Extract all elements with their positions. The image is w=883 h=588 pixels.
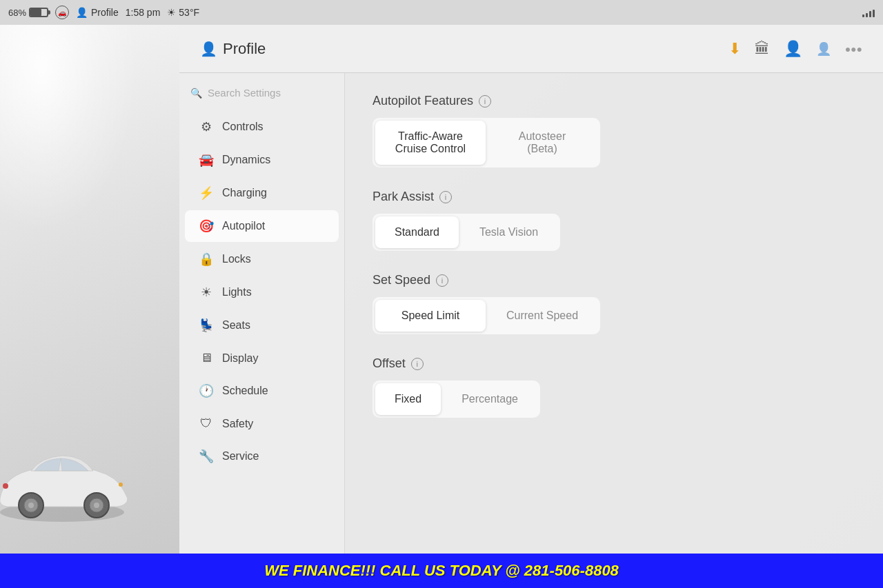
- set-speed-title: Set Speed i: [373, 273, 855, 287]
- sidebar-item-dynamics[interactable]: 🚘 Dynamics: [185, 144, 339, 176]
- park-assist-info-icon[interactable]: i: [439, 191, 452, 203]
- header-icons: ⬇ 🏛 👤 👤 ●●●: [728, 40, 862, 58]
- dynamics-icon: 🚘: [199, 152, 214, 168]
- signal-bar-4: [873, 10, 875, 17]
- banner-text: WE FINANCE!!! CALL US TODAY @ 281-506-88…: [264, 562, 619, 580]
- person2-icon[interactable]: 👤: [816, 41, 831, 57]
- settings-body: 🔍 Search Settings ⚙ Controls 🚘 Dynamics …: [179, 73, 883, 588]
- svg-point-8: [119, 483, 123, 487]
- charging-icon: ⚡: [199, 185, 214, 201]
- offset-title: Offset i: [373, 356, 855, 371]
- speed-limit-btn[interactable]: Speed Limit: [375, 300, 486, 332]
- signal-bar-3: [869, 11, 871, 17]
- sidebar-item-charging[interactable]: ⚡ Charging: [185, 177, 339, 209]
- set-speed-label: Set Speed: [373, 273, 430, 287]
- sidebar-label-seats: Seats: [222, 319, 250, 332]
- status-right-icons: [862, 8, 875, 17]
- sidebar-label-schedule: Schedule: [222, 385, 268, 397]
- header-profile: 👤 Profile: [200, 40, 266, 58]
- more-icon[interactable]: ●●●: [845, 43, 862, 54]
- autopilot-icon: 🎯: [199, 219, 214, 234]
- display-icon: 🖥: [199, 351, 214, 365]
- svg-point-7: [3, 483, 8, 489]
- header-profile-label: Profile: [223, 40, 266, 58]
- download-icon[interactable]: ⬇: [728, 40, 741, 58]
- controls-icon: ⚙: [199, 119, 214, 134]
- search-icon: 🔍: [190, 88, 202, 99]
- sidebar-item-controls[interactable]: ⚙ Controls: [185, 111, 339, 143]
- glare: [0, 25, 138, 232]
- sidebar-label-autopilot: Autopilot: [222, 220, 265, 232]
- sidebar-label-locks: Locks: [222, 253, 251, 265]
- set-speed-btn-group: Speed Limit Current Speed: [373, 297, 600, 334]
- car-image: [0, 436, 145, 547]
- service-icon: 🔧: [199, 449, 214, 464]
- current-speed-btn[interactable]: Current Speed: [487, 300, 597, 332]
- sidebar-label-display: Display: [222, 352, 258, 365]
- standard-btn[interactable]: Standard: [375, 216, 459, 248]
- left-panel: [0, 25, 179, 588]
- offset-info-icon[interactable]: i: [411, 358, 424, 370]
- fixed-btn[interactable]: Fixed: [375, 383, 441, 415]
- status-profile[interactable]: 👤 Profile: [76, 7, 119, 18]
- autosteer-btn[interactable]: Autosteer(Beta): [487, 121, 597, 165]
- park-assist-btn-group: Standard Tesla Vision: [373, 214, 560, 251]
- sidebar-item-seats[interactable]: 💺 Seats: [185, 310, 339, 341]
- status-profile-label: Profile: [91, 7, 119, 18]
- signal-bar-2: [866, 13, 868, 17]
- sidebar-item-service[interactable]: 🔧 Service: [185, 440, 339, 472]
- sidebar-item-locks[interactable]: 🔒 Locks: [185, 243, 339, 275]
- sidebar-label-lights: Lights: [222, 286, 252, 298]
- locks-icon: 🔒: [199, 252, 214, 267]
- traffic-aware-btn[interactable]: Traffic-AwareCruise Control: [375, 121, 486, 165]
- battery-indicator: 68%: [8, 8, 48, 18]
- park-assist-section: Park Assist i Standard Tesla Vision: [373, 190, 855, 251]
- sidebar-label-service: Service: [222, 450, 259, 463]
- set-speed-info-icon[interactable]: i: [436, 274, 448, 287]
- status-bar: 68% 🚗 👤 Profile 1:58 pm ☀ 53°F: [0, 0, 883, 25]
- offset-section: Offset i Fixed Percentage: [373, 356, 855, 418]
- temperature: 53°F: [179, 7, 199, 18]
- battery-icon: [29, 8, 48, 17]
- schedule-icon: 🕐: [199, 383, 214, 398]
- sidebar-item-display[interactable]: 🖥 Display: [185, 343, 339, 374]
- content-area: Autopilot Features i Traffic-AwareCruise…: [345, 73, 883, 588]
- sidebar-item-safety[interactable]: 🛡 Safety: [185, 408, 339, 439]
- autopilot-features-btn-group: Traffic-AwareCruise Control Autosteer(Be…: [373, 118, 600, 168]
- sidebar-item-lights[interactable]: ☀ Lights: [185, 276, 339, 308]
- autopilot-features-section: Autopilot Features i Traffic-AwareCruise…: [373, 94, 855, 168]
- person-icon[interactable]: 👤: [784, 40, 802, 58]
- park-assist-label: Park Assist: [373, 190, 434, 204]
- settings-panel: 👤 Profile ⬇ 🏛 👤 👤 ●●● 🔍 Search Settings: [179, 25, 883, 588]
- main-container: 👤 Profile ⬇ 🏛 👤 👤 ●●● 🔍 Search Settings: [0, 25, 883, 588]
- offset-btn-group: Fixed Percentage: [373, 381, 540, 418]
- weather-icon: ☀: [167, 7, 176, 18]
- sidebar-label-charging: Charging: [222, 187, 267, 199]
- autopilot-features-label: Autopilot Features: [373, 94, 473, 108]
- sidebar: 🔍 Search Settings ⚙ Controls 🚘 Dynamics …: [179, 73, 345, 588]
- building-icon[interactable]: 🏛: [755, 40, 770, 58]
- search-placeholder: Search Settings: [208, 87, 281, 99]
- autopilot-features-info-icon[interactable]: i: [479, 95, 491, 108]
- set-speed-section: Set Speed i Speed Limit Current Speed: [373, 273, 855, 334]
- settings-header: 👤 Profile ⬇ 🏛 👤 👤 ●●●: [179, 25, 883, 73]
- profile-icon: 👤: [76, 7, 88, 18]
- svg-point-3: [28, 503, 34, 508]
- sidebar-item-autopilot[interactable]: 🎯 Autopilot: [185, 210, 339, 242]
- autopilot-features-title: Autopilot Features i: [373, 94, 855, 108]
- battery-percent: 68%: [8, 8, 26, 18]
- status-weather: ☀ 53°F: [167, 7, 199, 18]
- sidebar-item-schedule[interactable]: 🕐 Schedule: [185, 375, 339, 407]
- signal-bar-1: [862, 14, 864, 17]
- safety-icon: 🛡: [199, 416, 214, 431]
- search-bar[interactable]: 🔍 Search Settings: [179, 81, 344, 110]
- seats-icon: 💺: [199, 318, 214, 333]
- car-icon: 🚗: [55, 6, 69, 19]
- percentage-btn[interactable]: Percentage: [442, 383, 537, 415]
- tesla-vision-btn[interactable]: Tesla Vision: [460, 216, 557, 248]
- offset-label: Offset: [373, 356, 406, 371]
- signal-bars: [862, 8, 875, 17]
- sidebar-label-dynamics: Dynamics: [222, 154, 270, 166]
- status-time: 1:58 pm: [126, 7, 161, 18]
- bottom-banner: WE FINANCE!!! CALL US TODAY @ 281-506-88…: [0, 554, 883, 588]
